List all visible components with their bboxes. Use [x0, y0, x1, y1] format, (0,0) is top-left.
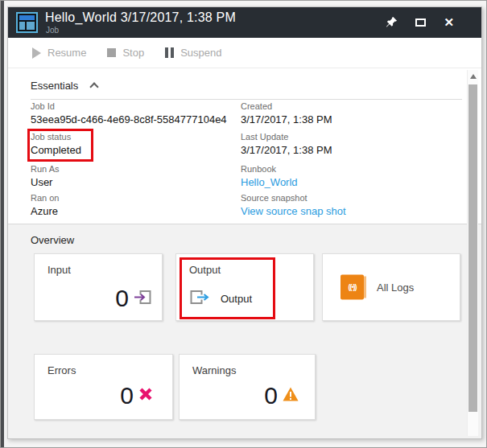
job-toolbar: Resume Stop Suspend	[8, 38, 481, 68]
field-value: Azure	[31, 204, 59, 218]
suspend-button-label: Suspend	[180, 47, 221, 59]
highlight-box-job-status	[27, 129, 93, 162]
icon-right-pane	[27, 22, 35, 30]
overview-label: Overview	[31, 234, 74, 246]
maximize-icon[interactable]	[415, 18, 426, 27]
essentials-label: Essentials	[31, 80, 78, 92]
field-runbook: Runbook Hello_World	[241, 164, 298, 189]
scroll-up-icon[interactable]	[470, 74, 477, 79]
field-value: 53eea95d-c466-4e69-8c8f-5584777104e4	[31, 113, 227, 126]
warning-triangle-icon	[283, 387, 299, 405]
icon-left-pane	[19, 22, 25, 30]
all-logs-tile[interactable]: ((•)) All Logs	[322, 253, 460, 321]
icon-titlebar-stripe	[19, 15, 35, 20]
error-x-icon	[138, 387, 153, 405]
input-icon	[134, 288, 152, 310]
suspend-button[interactable]: Suspend	[165, 47, 221, 59]
all-logs-label: All Logs	[377, 282, 414, 294]
warnings-count: 0	[264, 384, 278, 408]
highlight-box-output	[180, 257, 275, 319]
field-label: Job Id	[31, 101, 227, 112]
warnings-tile-title: Warnings	[192, 364, 236, 376]
field-label: Last Update	[241, 132, 332, 142]
screenshot-frame: Hello_World 3/17/2017, 1:38 PM Job ✕ Res…	[0, 0, 487, 448]
field-value: User	[31, 175, 59, 189]
field-label: Runbook	[241, 164, 298, 175]
field-source-snapshot: Source snapshot View source snap shot	[241, 193, 346, 218]
field-label: Source snapshot	[241, 193, 346, 203]
blade-title: Hello_World 3/17/2017, 1:38 PM	[45, 10, 236, 25]
input-count: 0	[115, 286, 129, 310]
window-controls: ✕	[386, 16, 454, 28]
field-ran-on: Ran on Azure	[31, 193, 59, 218]
job-blade-icon	[16, 12, 38, 33]
input-tile[interactable]: Input 0	[34, 253, 163, 321]
view-source-snapshot-link[interactable]: View source snap shot	[241, 204, 346, 218]
pin-icon[interactable]	[386, 16, 398, 28]
stop-button[interactable]: Stop	[107, 47, 144, 59]
vertical-scrollbar[interactable]	[467, 70, 478, 436]
field-value: 3/17/2017, 1:38 PM	[241, 143, 332, 157]
overview-section: Overview Input 0	[8, 224, 481, 438]
errors-tile[interactable]: Errors 0	[34, 354, 173, 420]
field-job-id: Job Id 53eea95d-c466-4e69-8c8f-558477710…	[31, 101, 227, 126]
chevron-up-icon	[90, 82, 99, 91]
scrollbar-thumb[interactable]	[468, 84, 477, 412]
essentials-divider	[31, 99, 462, 100]
play-icon	[32, 47, 41, 59]
warnings-tile[interactable]: Warnings 0	[179, 354, 316, 420]
close-icon[interactable]: ✕	[444, 16, 454, 28]
field-value: 3/17/2017, 1:38 PM	[241, 113, 332, 126]
logs-book-icon: ((•))	[340, 275, 364, 300]
field-label: Created	[241, 101, 332, 112]
field-label: Ran on	[31, 193, 59, 203]
broadcast-glyph: ((•))	[340, 283, 364, 291]
errors-count: 0	[120, 384, 134, 408]
resume-button[interactable]: Resume	[32, 47, 86, 59]
errors-tile-title: Errors	[47, 364, 76, 376]
blade-title-bar: Hello_World 3/17/2017, 1:38 PM Job ✕	[8, 7, 481, 38]
resume-button-label: Resume	[47, 47, 86, 59]
field-created: Created 3/17/2017, 1:38 PM	[241, 101, 332, 126]
stop-button-label: Stop	[122, 47, 144, 59]
field-last-update: Last Update 3/17/2017, 1:38 PM	[241, 132, 332, 157]
book-page-edge	[364, 277, 366, 298]
blade-subtitle: Job	[46, 26, 59, 35]
stop-icon	[107, 48, 116, 57]
background-panel-edge	[1, 1, 4, 447]
field-run-as: Run As User	[31, 164, 59, 189]
pause-icon	[165, 47, 174, 58]
input-tile-title: Input	[47, 264, 71, 276]
field-label: Run As	[31, 164, 59, 175]
job-blade: Hello_World 3/17/2017, 1:38 PM Job ✕ Res…	[7, 6, 482, 439]
essentials-header[interactable]: Essentials	[31, 80, 97, 92]
runbook-link[interactable]: Hello_World	[241, 175, 298, 189]
